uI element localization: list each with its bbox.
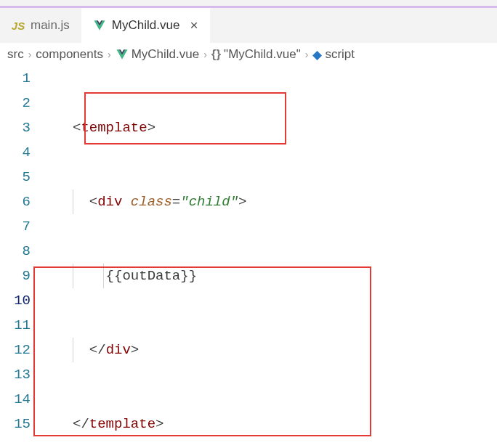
- line-number: 6: [0, 190, 31, 214]
- code-line[interactable]: </template>: [51, 412, 497, 436]
- code-line[interactable]: {{outData}}: [51, 264, 497, 288]
- breadcrumb-script[interactable]: ◆ script: [312, 47, 355, 62]
- chevron-right-icon: ›: [108, 49, 111, 60]
- code-line[interactable]: </div>: [51, 338, 497, 362]
- breadcrumb-file-label: MyChild.vue: [132, 47, 200, 62]
- breadcrumb-file[interactable]: MyChild.vue: [116, 47, 200, 62]
- vue-icon: [93, 19, 106, 32]
- line-number: 3: [0, 115, 31, 140]
- braces-icon: {}: [211, 47, 221, 62]
- close-icon[interactable]: ×: [190, 17, 198, 33]
- chevron-right-icon: ›: [305, 49, 309, 60]
- js-icon: JS: [12, 19, 25, 32]
- line-number: 14: [0, 387, 31, 412]
- line-number: 10: [0, 288, 31, 313]
- breadcrumb-script-label: script: [325, 47, 355, 62]
- breadcrumb-components[interactable]: components: [36, 47, 103, 62]
- tab-label: main.js: [31, 18, 70, 33]
- line-number: 8: [0, 239, 31, 264]
- editor[interactable]: 1 2 3 4 5 6 7 8 9 10 11 12 13 14 15 <tem…: [0, 66, 497, 448]
- line-number: 7: [0, 214, 31, 239]
- line-number: 15: [0, 412, 31, 436]
- breadcrumb-symbol[interactable]: {} "MyChild.vue": [211, 47, 301, 62]
- line-number: 2: [0, 91, 31, 115]
- chevron-right-icon: ›: [28, 49, 32, 60]
- chevron-right-icon: ›: [203, 49, 207, 60]
- line-number: 1: [0, 66, 31, 91]
- line-number: 9: [0, 264, 31, 288]
- line-number: 12: [0, 338, 31, 362]
- code-line[interactable]: <div class="child">: [51, 190, 497, 214]
- tab-bar: JS main.js MyChild.vue ×: [0, 8, 497, 43]
- tab-main-js[interactable]: JS main.js: [0, 8, 81, 43]
- tab-mychild-vue[interactable]: MyChild.vue ×: [81, 8, 210, 43]
- line-gutter: 1 2 3 4 5 6 7 8 9 10 11 12 13 14 15: [0, 66, 51, 448]
- cube-icon: ◆: [312, 47, 322, 62]
- code-area[interactable]: <template> <div class="child"> {{outData…: [51, 66, 497, 448]
- tab-label: MyChild.vue: [112, 18, 180, 33]
- line-number: 11: [0, 313, 31, 338]
- breadcrumb[interactable]: src › components › MyChild.vue › {} "MyC…: [0, 43, 497, 66]
- line-number: 13: [0, 362, 31, 387]
- line-number: 4: [0, 140, 31, 165]
- breadcrumb-src[interactable]: src: [7, 47, 24, 62]
- title-bar-strip: [0, 0, 497, 8]
- line-number: 5: [0, 165, 31, 190]
- code-line[interactable]: <template>: [51, 115, 497, 140]
- vue-icon: [116, 48, 129, 61]
- breadcrumb-symbol-label: "MyChild.vue": [224, 47, 301, 62]
